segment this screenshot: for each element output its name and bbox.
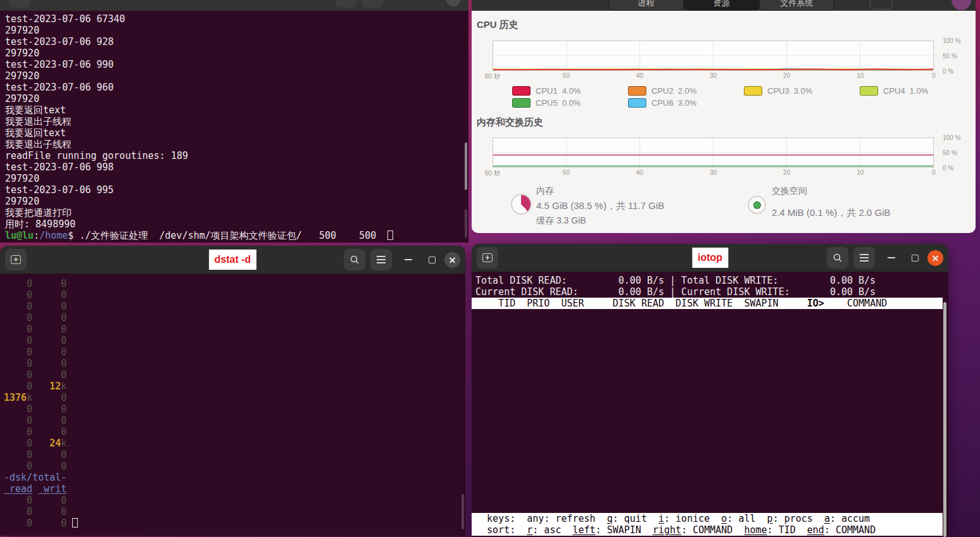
legend-cpu-value: 4.0% <box>562 86 581 96</box>
cpu-chart-x-axis: 60 秒50403020100 <box>493 72 934 80</box>
terminal-line: 297920 <box>5 47 468 59</box>
cpu-legend-item: CPU41.0% <box>860 85 976 96</box>
terminal-line: 0 0 <box>4 289 465 301</box>
window-title: dstat -d <box>209 250 257 270</box>
x-axis-tick-label: 60 秒 <box>485 169 500 178</box>
terminal-line: readFile running goroutines: 189 <box>5 150 468 161</box>
legend-cpu-value: 3.0% <box>794 86 813 96</box>
menu-button[interactable] <box>870 0 893 9</box>
terminal-line: 0 0 <box>4 460 465 472</box>
iotop-output: Total DISK READ: 0.00 B/s | Total DISK W… <box>472 272 948 537</box>
legend-cpu-value: 3.0% <box>678 98 697 108</box>
close-button[interactable] <box>444 252 460 268</box>
legend-cpu-value: 1.0% <box>910 86 929 96</box>
maximize-icon <box>429 256 436 263</box>
legend-swatch <box>628 98 646 108</box>
memory-cache-text: 缓存 3.3 GiB <box>536 215 586 227</box>
swap-usage-text: 2.4 MiB (0.1 %)，共 2.0 GiB <box>772 207 891 219</box>
terminal-line: lu@lu:/home$ ./文件验证处理 /dev/shm/项目架构文件验证包… <box>5 230 468 241</box>
close-button[interactable] <box>927 250 943 266</box>
terminal-line: -dsk/total- <box>4 472 465 483</box>
legend-cpu-name: CPU5 <box>536 98 558 108</box>
menu-button[interactable] <box>370 249 392 270</box>
tab-filesystems[interactable]: 文件系统 <box>759 0 834 11</box>
close-button[interactable] <box>446 0 461 6</box>
terminal-line: keys: any: refresh q: quit i: ionice o: … <box>472 513 943 524</box>
search-icon <box>349 255 360 265</box>
legend-swatch <box>512 98 531 108</box>
window-title: iotop <box>692 248 728 268</box>
legend-cpu-name: CPU6 <box>651 98 674 108</box>
app-avatar-icon[interactable] <box>952 0 971 10</box>
system-monitor-titlebar-partial[interactable]: 进程资源文件系统 <box>472 0 976 11</box>
cpu-legend-item: CPU22.0% <box>628 85 744 96</box>
cpu-legend-item: CPU50.0% <box>512 98 628 108</box>
menu-button[interactable] <box>362 0 384 8</box>
terminal-line: 297920 <box>5 173 468 184</box>
memory-label: 内存 <box>536 186 554 197</box>
cpu-chart-y-axis: 100 %50 %0 % <box>939 41 972 71</box>
terminal-titlebar[interactable]: dstat -d <box>0 246 465 274</box>
text-cursor <box>387 231 393 240</box>
new-tab-button[interactable] <box>477 247 498 268</box>
scrollbar-thumb[interactable] <box>465 209 467 238</box>
x-axis-tick-label: 60 秒 <box>485 72 500 81</box>
legend-cpu-name: CPU1 <box>536 86 558 96</box>
terminal-line: 0 0 <box>4 415 465 426</box>
legend-cpu-value: 2.0% <box>678 86 697 96</box>
memory-chart-x-axis: 60 秒50403020100 <box>493 169 934 177</box>
minimize-button[interactable] <box>405 259 412 260</box>
maximize-button[interactable] <box>429 256 436 263</box>
terminal-line: test-2023-07-06 928 <box>5 36 468 47</box>
terminal-titlebar[interactable]: iotop <box>472 244 948 272</box>
scrollbar[interactable] <box>465 142 467 190</box>
y-axis-tick-label: 100 % <box>943 37 960 44</box>
terminal-line: test-2023-07-06 998 <box>5 161 468 173</box>
minimize-button[interactable] <box>888 257 895 258</box>
tab-processes[interactable]: 进程 <box>608 0 684 11</box>
tab-resources[interactable]: 资源 <box>684 0 759 11</box>
terminal-output: 0 0 0 0 0 0 0 0 0 0 0 0 0 0 0 0 0 0 0 12… <box>0 274 465 536</box>
cpu-legend-item: CPU63.0% <box>628 98 744 108</box>
legend-swatch <box>628 86 646 96</box>
maximize-button[interactable] <box>912 255 919 262</box>
swap-label: 交换空间 <box>772 186 807 197</box>
terminal-line: 0 12k <box>4 381 465 392</box>
y-axis-tick-label: 100 % <box>943 134 960 141</box>
terminal-line: 我要退出子线程 <box>5 139 468 150</box>
legend-cpu-name: CPU2 <box>651 86 674 96</box>
maximize-icon <box>912 255 919 262</box>
terminal-line: 0 0 <box>4 312 465 324</box>
iotop-totals: Total DISK READ: 0.00 B/s | Total DISK W… <box>472 275 948 298</box>
search-button[interactable] <box>336 0 357 8</box>
terminal-line: 0 0 <box>4 369 465 381</box>
terminal-line: 297920 <box>5 25 468 36</box>
terminal-line: 0 24k <box>4 438 465 449</box>
terminal-line: sort: r: asc left: SWAPIN right: COMMAND… <box>472 524 943 536</box>
terminal-line: 0 0 <box>4 517 465 529</box>
x-axis-tick-label: 50 <box>563 72 570 79</box>
terminal-line: test-2023-07-06 960 <box>5 82 468 93</box>
y-axis-tick-label: 50 % <box>943 53 957 60</box>
desktop-wallpaper: test-2023-07-06 67340297920test-2023-07-… <box>0 0 980 537</box>
new-tab-button[interactable] <box>9 0 30 8</box>
cpu-history-title: CPU 历史 <box>477 19 518 31</box>
memory-usage-text: 4.5 GiB (38.5 %)，共 11.7 GiB <box>536 200 664 212</box>
new-tab-button[interactable] <box>5 249 27 270</box>
y-axis-tick-label: 50 % <box>943 149 957 156</box>
terminal-line: 297920 <box>5 93 468 104</box>
terminal-titlebar-partial[interactable] <box>0 0 468 11</box>
search-button[interactable] <box>344 249 365 270</box>
terminal-line: 我要把通道打印 <box>5 207 468 218</box>
search-button[interactable] <box>827 247 848 268</box>
terminal-line: 0 0 <box>4 426 465 438</box>
scrollbar-thumb[interactable] <box>462 494 464 529</box>
x-axis-tick-label: 30 <box>710 169 717 176</box>
scrollbar[interactable] <box>943 302 946 537</box>
terminal-line: 0 0 <box>4 301 465 312</box>
x-axis-tick-label: 10 <box>857 169 864 176</box>
terminal-window-dstat: dstat -d 0 0 0 0 0 0 0 0 0 0 0 0 0 0 0 0… <box>0 246 465 536</box>
menu-button[interactable] <box>853 247 875 268</box>
new-tab-icon <box>482 253 493 262</box>
y-axis-tick-label: 0 % <box>943 68 953 75</box>
